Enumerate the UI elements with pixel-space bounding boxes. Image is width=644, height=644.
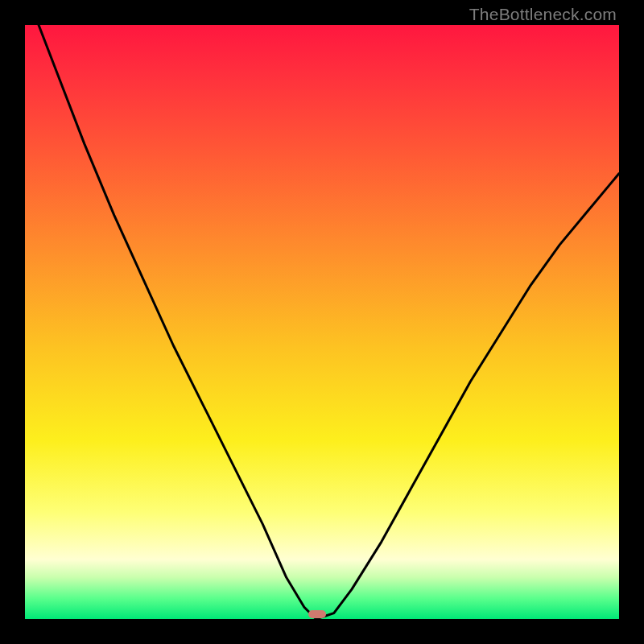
minimum-marker xyxy=(308,610,326,618)
bottleneck-curve xyxy=(25,25,619,619)
chart-frame: TheBottleneck.com xyxy=(0,0,644,644)
watermark-text: TheBottleneck.com xyxy=(469,5,617,24)
